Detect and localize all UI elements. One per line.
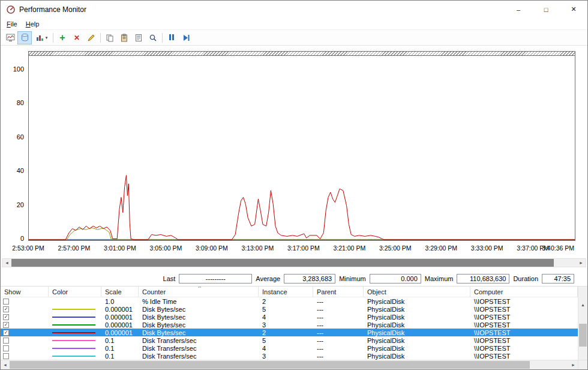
scroll-up-button[interactable]: ▲: [578, 287, 587, 323]
y-axis-tick-label: 0: [1, 235, 26, 242]
view-current-activity-button[interactable]: [3, 31, 17, 44]
scroll-left-button[interactable]: ◄: [2, 259, 11, 267]
cell-scale: 0.1: [101, 345, 139, 352]
add-counter-button[interactable]: +: [55, 31, 70, 44]
counter-row[interactable]: ✓0.000001Disk Bytes/sec2---PhysicalDisk\…: [1, 329, 578, 336]
show-checkbox-unchecked[interactable]: [3, 353, 9, 359]
freeze-display-button[interactable]: [164, 31, 179, 44]
table-vertical-scrollbar[interactable]: ▲ ▼: [578, 287, 587, 360]
cell-computer: \\IOPSTEST: [470, 298, 578, 305]
maximize-button[interactable]: □: [532, 1, 560, 18]
chart-scrollbar-track[interactable]: [11, 259, 577, 267]
cell-counter: % Idle Time: [139, 298, 259, 305]
chart-scrollbar-thumb[interactable]: [11, 259, 554, 267]
perfmon-app-icon: [6, 5, 16, 14]
properties-icon: [134, 34, 143, 42]
x-axis-tick-label: 3:21:00 PM: [333, 244, 365, 252]
show-checkbox-checked[interactable]: ✓: [3, 314, 9, 320]
maximum-label: Maximum: [425, 275, 454, 282]
chart-panel: 100806040200 2:53:00 PM2:57:00 PM3:01:00…: [1, 46, 587, 271]
cell-instance: 2: [259, 329, 313, 336]
highlight-button[interactable]: [84, 31, 98, 44]
y-axis-tick-label: 40: [1, 167, 26, 174]
stats-bar: Last --------- Average 3,283,683 Minimum…: [1, 271, 587, 286]
counter-row[interactable]: ✓0.000001Disk Bytes/sec3---PhysicalDisk\…: [1, 321, 578, 329]
plot-area[interactable]: [28, 51, 575, 241]
menu-file[interactable]: File: [2, 19, 22, 29]
counter-color-sample: [52, 324, 95, 326]
column-header-parent[interactable]: Parent: [313, 287, 364, 297]
column-header-show[interactable]: Show: [1, 287, 49, 297]
cell-instance: 4: [259, 345, 313, 352]
cell-parent: ---: [313, 306, 364, 313]
cell-scale: 1.0: [101, 298, 139, 305]
column-header-counter[interactable]: Counter^: [139, 287, 259, 297]
x-axis-tick-label: 3:09:00 PM: [196, 244, 228, 252]
counter-row[interactable]: 0.1Disk Transfers/sec4---PhysicalDisk\\I…: [1, 344, 578, 352]
paste-counter-list-button[interactable]: [117, 31, 131, 44]
minimize-button[interactable]: –: [505, 1, 532, 18]
scroll-left-button[interactable]: ◄: [1, 360, 10, 369]
cell-show: [1, 338, 49, 344]
menu-help[interactable]: Help: [22, 19, 44, 29]
cell-computer: \\IOPSTEST: [470, 353, 578, 360]
update-data-button[interactable]: [179, 31, 193, 44]
cell-object: PhysicalDisk: [364, 298, 470, 305]
delete-counter-icon: ✕: [74, 34, 80, 41]
pause-icon: [169, 33, 175, 42]
cell-show: [1, 345, 49, 351]
scroll-right-button[interactable]: ►: [577, 259, 586, 267]
show-checkbox-checked[interactable]: ✓: [3, 322, 9, 328]
column-header-scale[interactable]: Scale: [101, 287, 139, 297]
close-button[interactable]: ✕: [560, 1, 587, 18]
vertical-scrollbar-thumb[interactable]: [579, 324, 587, 347]
show-checkbox-checked[interactable]: ✓: [3, 330, 9, 336]
show-checkbox-unchecked[interactable]: [3, 299, 9, 305]
scroll-left-icon: ◄: [5, 261, 9, 265]
cell-counter: Disk Transfers/sec: [139, 345, 259, 352]
horizontal-scrollbar-thumb[interactable]: [10, 361, 530, 369]
copy-properties-button[interactable]: [103, 31, 117, 44]
view-log-data-button[interactable]: [17, 31, 32, 44]
counter-table-main: ShowColorScaleCounter^InstanceParentObje…: [1, 287, 587, 360]
x-axis-tick-label: 2:57:00 PM: [58, 244, 91, 252]
column-header-color[interactable]: Color: [49, 287, 101, 297]
counter-row[interactable]: 1.0% Idle Time2---PhysicalDisk\\IOPSTEST: [1, 297, 578, 305]
cell-scale: 0.000001: [101, 329, 139, 336]
cell-color: [49, 301, 101, 302]
x-axis-tick-label: 3:01:00 PM: [104, 244, 136, 252]
chevron-down-icon: ▾: [46, 35, 48, 40]
minimize-icon: –: [517, 6, 520, 13]
column-header-object[interactable]: Object: [364, 287, 470, 297]
title-bar[interactable]: Performance Monitor – □ ✕: [1, 1, 587, 18]
duration-label: Duration: [513, 275, 538, 282]
counter-table: ShowColorScaleCounter^InstanceParentObje…: [1, 286, 587, 369]
counter-row[interactable]: 0.1Disk Transfers/sec3---PhysicalDisk\\I…: [1, 352, 578, 360]
chart-horizontal-scrollbar[interactable]: ◄ ►: [2, 258, 586, 267]
column-header-label: Counter: [142, 288, 166, 296]
horizontal-scrollbar-track[interactable]: [10, 360, 569, 369]
table-horizontal-scrollbar[interactable]: ◄ ►: [1, 360, 578, 369]
show-checkbox-checked[interactable]: ✓: [3, 306, 9, 312]
counter-row[interactable]: ✓0.000001Disk Bytes/sec5---PhysicalDisk\…: [1, 305, 578, 313]
counter-table-header: ShowColorScaleCounter^InstanceParentObje…: [1, 287, 578, 297]
zoom-button[interactable]: [146, 31, 160, 44]
cell-computer: \\IOPSTEST: [470, 329, 578, 336]
show-checkbox-unchecked[interactable]: [3, 345, 9, 351]
x-axis-tick-label: 3:05:00 PM: [150, 244, 182, 252]
change-graph-type-button[interactable]: ▾: [32, 31, 51, 44]
show-checkbox-unchecked[interactable]: [3, 338, 9, 344]
column-header-instance[interactable]: Instance: [259, 287, 313, 297]
delete-counter-button[interactable]: ✕: [70, 31, 84, 44]
x-axis-tick-label: 3:29:00 PM: [425, 244, 457, 252]
scroll-right-icon: ►: [571, 363, 575, 367]
properties-button[interactable]: [131, 31, 146, 44]
counter-row[interactable]: 0.1Disk Transfers/sec5---PhysicalDisk\\I…: [1, 336, 578, 344]
cell-object: PhysicalDisk: [364, 345, 470, 352]
column-header-computer[interactable]: Computer: [470, 287, 578, 297]
cell-parent: ---: [313, 353, 364, 360]
counter-row[interactable]: ✓0.000001Disk Bytes/sec4---PhysicalDisk\…: [1, 313, 578, 321]
scroll-right-button[interactable]: ►: [569, 360, 578, 369]
minimum-value: 0.000: [370, 274, 421, 284]
cell-color: [49, 309, 101, 310]
